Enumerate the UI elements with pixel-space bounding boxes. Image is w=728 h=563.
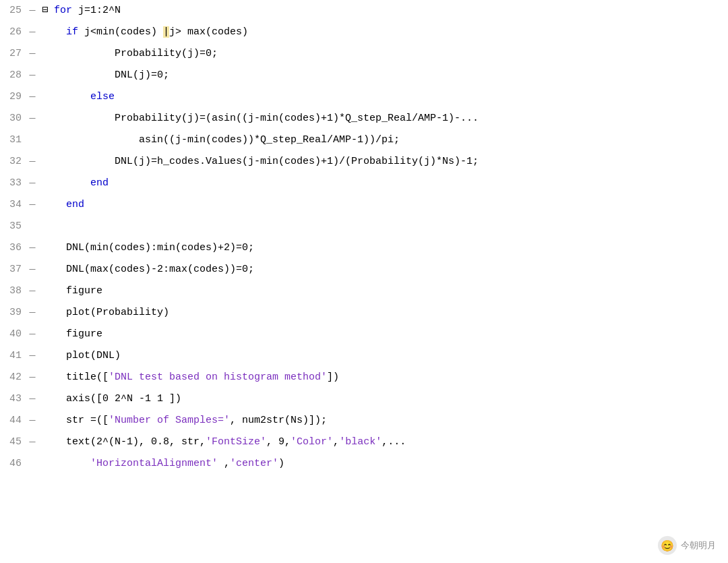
- line-content: end: [39, 194, 728, 216]
- code-line: 25—⊟ for j=1:2^N: [0, 0, 728, 22]
- code-token: ⊟: [42, 5, 54, 16]
- line-content: Probability(j)=0;: [39, 43, 728, 65]
- line-number: 26: [0, 22, 26, 43]
- code-token: ]): [327, 372, 339, 383]
- code-line: 28— DNL(j)=0;: [0, 65, 728, 86]
- code-token: 'center': [230, 458, 278, 469]
- code-token: N: [115, 5, 121, 16]
- line-dash: —: [26, 151, 39, 173]
- code-line: 39— plot(Probability): [0, 302, 728, 324]
- code-token: axis([0 2: [42, 393, 121, 405]
- code-line: 43— axis([0 2^N -1 1 ]): [0, 388, 728, 410]
- line-content: 'HorizontalAlignment' ,'center'): [39, 453, 728, 475]
- code-token: 'black': [339, 436, 382, 448]
- line-number: 25: [0, 0, 26, 22]
- code-token: 'FontSize': [206, 436, 266, 448]
- line-number: 35: [0, 216, 26, 237]
- line-content: str =(['Number of Samples=', num2str(Ns)…: [39, 410, 728, 432]
- code-token: ,...: [382, 436, 406, 448]
- code-token: figure: [42, 328, 102, 340]
- line-content: Probability(j)=(asin((j-min(codes)+1)*Q_…: [39, 108, 728, 129]
- code-token: DNL(max(codes)-2:max(codes))=0;: [42, 264, 254, 275]
- code-token: , num2str(Ns)]);: [230, 415, 327, 426]
- code-line: 46 'HorizontalAlignment' ,'center'): [0, 453, 728, 475]
- code-token: for: [54, 5, 72, 16]
- cursor-highlight: |: [163, 26, 169, 38]
- code-line: 31 asin((j-min(codes))*Q_step_Real/AMP-1…: [0, 129, 728, 151]
- code-token: , 9,: [266, 436, 291, 448]
- line-dash: —: [26, 410, 39, 432]
- line-dash: —: [26, 65, 39, 86]
- line-content: end: [39, 173, 728, 194]
- watermark-icon: 😊: [658, 536, 677, 555]
- code-token: ,: [333, 436, 339, 448]
- code-token: 'HorizontalAlignment': [90, 458, 218, 469]
- code-line: 44— str =(['Number of Samples=', num2str…: [0, 410, 728, 432]
- line-content: text(2^(N-1), 0.8, str,'FontSize', 9,'Co…: [39, 432, 728, 453]
- code-token: [42, 199, 66, 210]
- code-token: DNL(j)=h_codes.Values(j-min(codes)+1)/(P…: [42, 156, 479, 167]
- code-line: 35: [0, 216, 728, 237]
- line-number: 29: [0, 86, 26, 108]
- code-token: ^: [121, 393, 127, 405]
- code-token: plot(Probability): [42, 307, 169, 318]
- line-number: 31: [0, 129, 26, 151]
- line-dash: —: [26, 302, 39, 324]
- code-token: plot(DNL): [42, 350, 121, 361]
- line-content: title(['DNL test based on histogram meth…: [39, 367, 728, 388]
- line-number: 27: [0, 43, 26, 65]
- line-dash: —: [26, 280, 39, 302]
- code-line: 30— Probability(j)=(asin((j-min(codes)+1…: [0, 108, 728, 129]
- line-dash: —: [26, 367, 39, 388]
- line-dash: —: [26, 237, 39, 259]
- code-token: Probability(j)=(asin((j-min(codes)+1)*Q_…: [42, 113, 479, 124]
- line-content: axis([0 2^N -1 1 ]): [39, 388, 728, 410]
- line-dash: —: [26, 345, 39, 367]
- line-number: 37: [0, 259, 26, 280]
- code-token: ^: [102, 436, 109, 448]
- line-content: ⊟ for j=1:2^N: [39, 0, 728, 22]
- code-line: 41— plot(DNL): [0, 345, 728, 367]
- code-token: title([: [42, 372, 109, 383]
- code-line: 27— Probability(j)=0;: [0, 43, 728, 65]
- line-dash: —: [26, 43, 39, 65]
- line-dash: —: [26, 324, 39, 345]
- line-content: plot(DNL): [39, 345, 728, 367]
- code-token: 'Color': [291, 436, 333, 448]
- line-number: 46: [0, 453, 26, 475]
- code-line: 36— DNL(min(codes):min(codes)+2)=0;: [0, 237, 728, 259]
- line-number: 32: [0, 151, 26, 173]
- code-token: j<min(codes): [78, 26, 163, 38]
- code-token: DNL(min(codes):min(codes)+2)=0;: [42, 242, 254, 254]
- line-dash: —: [26, 22, 39, 43]
- line-content: if j<min(codes) |j> max(codes): [39, 22, 728, 43]
- line-content: DNL(j)=h_codes.Values(j-min(codes)+1)/(P…: [39, 151, 728, 173]
- line-dash: —: [26, 432, 39, 453]
- line-dash: —: [26, 388, 39, 410]
- line-number: 30: [0, 108, 26, 129]
- code-token: str =([: [42, 415, 109, 426]
- line-number: 39: [0, 302, 26, 324]
- line-content: asin((j-min(codes))*Q_step_Real/AMP-1))/…: [39, 129, 728, 151]
- line-content: DNL(j)=0;: [39, 65, 728, 86]
- line-dash: —: [26, 194, 39, 216]
- code-token: 'DNL test based on histogram method': [109, 372, 327, 383]
- line-number: 38: [0, 280, 26, 302]
- code-token: Probability(j)=0;: [42, 48, 218, 59]
- code-token: DNL(j)=0;: [42, 69, 169, 81]
- line-number: 44: [0, 410, 26, 432]
- watermark-text: 今朝明月: [681, 539, 716, 552]
- code-token: 'Number of Samples=': [109, 415, 230, 426]
- code-token: [42, 177, 90, 189]
- line-number: 33: [0, 173, 26, 194]
- code-line: 33— end: [0, 173, 728, 194]
- code-line: 42— title(['DNL test based on histogram …: [0, 367, 728, 388]
- code-token: (N-1), 0.8, str,: [109, 436, 206, 448]
- code-token: figure: [42, 285, 102, 297]
- line-dash: —: [26, 86, 39, 108]
- code-line: 29— else: [0, 86, 728, 108]
- line-content: figure: [39, 324, 728, 345]
- code-token: end: [90, 177, 109, 189]
- code-line: 32— DNL(j)=h_codes.Values(j-min(codes)+1…: [0, 151, 728, 173]
- line-number: 43: [0, 388, 26, 410]
